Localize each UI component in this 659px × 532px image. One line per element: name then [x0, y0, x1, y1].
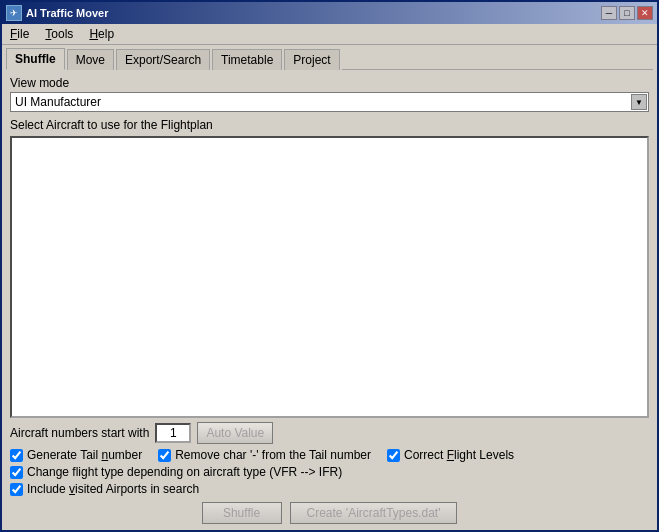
aircraft-listbox[interactable] [10, 136, 649, 418]
remove-char-checkbox[interactable] [158, 449, 171, 462]
checkboxes-row1: Generate Tail number Remove char '-' fro… [10, 448, 649, 462]
checkboxes-section: Generate Tail number Remove char '-' fro… [10, 448, 649, 496]
checkboxes-row3: Include visited Airports in search [10, 482, 649, 496]
action-buttons-row: Shuffle Create 'AircraftTypes.dat' [10, 500, 649, 524]
shuffle-button[interactable]: Shuffle [202, 502, 282, 524]
close-button[interactable]: ✕ [637, 6, 653, 20]
change-flight-checkbox[interactable] [10, 466, 23, 479]
correct-fl-label: Correct Flight Levels [404, 448, 514, 462]
app-icon: ✈ [6, 5, 22, 21]
num-start-label: Aircraft numbers start with [10, 426, 149, 440]
tab-shuffle[interactable]: Shuffle [6, 48, 65, 70]
generate-tail-checkbox[interactable] [10, 449, 23, 462]
menu-tools[interactable]: Tools [41, 26, 77, 42]
view-mode-select-wrapper: UI Manufacturer ▼ [10, 92, 649, 112]
view-mode-select[interactable]: UI Manufacturer [10, 92, 649, 112]
auto-value-button[interactable]: Auto Value [197, 422, 273, 444]
remove-char-label: Remove char '-' from the Tail number [175, 448, 371, 462]
include-airports-checkbox[interactable] [10, 483, 23, 496]
menu-file[interactable]: File [6, 26, 33, 42]
num-start-input[interactable] [155, 423, 191, 443]
correct-fl-checkbox[interactable] [387, 449, 400, 462]
window-controls: ─ □ ✕ [601, 6, 653, 20]
maximize-button[interactable]: □ [619, 6, 635, 20]
content-area: View mode UI Manufacturer ▼ Select Aircr… [2, 70, 657, 530]
tab-move[interactable]: Move [67, 49, 114, 70]
checkboxes-row2: Change flight type depending on aircraft… [10, 465, 649, 479]
remove-char-checkbox-item: Remove char '-' from the Tail number [158, 448, 371, 462]
num-start-row: Aircraft numbers start with Auto Value [10, 422, 649, 444]
generate-tail-checkbox-item: Generate Tail number [10, 448, 142, 462]
tab-export-search[interactable]: Export/Search [116, 49, 210, 70]
minimize-button[interactable]: ─ [601, 6, 617, 20]
bottom-controls: Aircraft numbers start with Auto Value G… [10, 422, 649, 524]
menu-help[interactable]: Help [85, 26, 118, 42]
main-window: ✈ AI Traffic Mover ─ □ ✕ File Tools Help… [0, 0, 659, 532]
aircraft-list-label: Select Aircraft to use for the Flightpla… [10, 118, 649, 132]
view-mode-label: View mode [10, 76, 649, 90]
change-flight-label: Change flight type depending on aircraft… [27, 465, 342, 479]
titlebar-left: ✈ AI Traffic Mover [6, 5, 109, 21]
correct-fl-checkbox-item: Correct Flight Levels [387, 448, 514, 462]
view-mode-section: View mode UI Manufacturer ▼ [10, 76, 649, 112]
tab-timetable[interactable]: Timetable [212, 49, 282, 70]
include-airports-label: Include visited Airports in search [27, 482, 199, 496]
create-aircraft-types-button[interactable]: Create 'AircraftTypes.dat' [290, 502, 458, 524]
titlebar: ✈ AI Traffic Mover ─ □ ✕ [2, 2, 657, 24]
tab-project[interactable]: Project [284, 49, 339, 70]
generate-tail-label: Generate Tail number [27, 448, 142, 462]
tabbar: Shuffle Move Export/Search Timetable Pro… [2, 45, 657, 70]
menubar: File Tools Help [2, 24, 657, 45]
window-title: AI Traffic Mover [26, 7, 109, 19]
